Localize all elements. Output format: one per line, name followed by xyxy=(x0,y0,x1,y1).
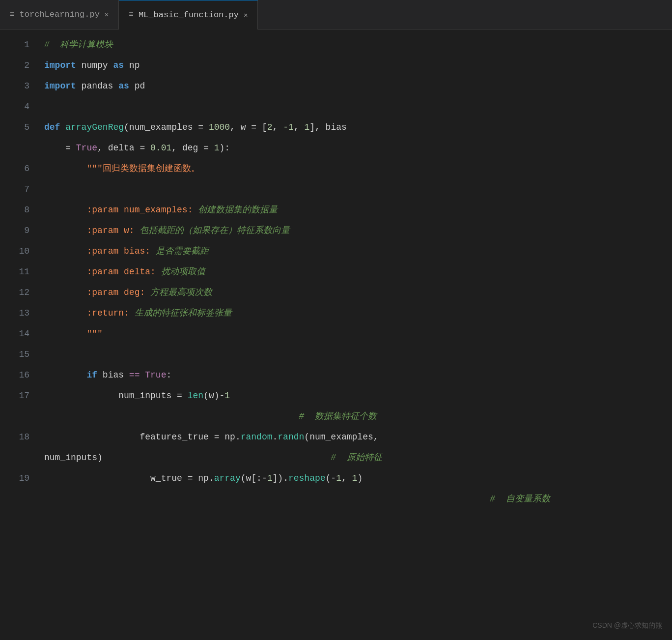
line-num-3: 3 xyxy=(10,76,29,96)
code-line-12: :param deg: 方程最高项次数 xyxy=(44,282,667,303)
code-line-19-comment: # 自变量系数 xyxy=(44,489,667,509)
eq-numinputs: = xyxy=(171,389,187,403)
file-icon: ≡ xyxy=(129,10,134,19)
indent-17c xyxy=(44,409,299,424)
indent-6 xyxy=(44,162,86,176)
paren-open: ( xyxy=(124,120,129,135)
kw-import-2: import xyxy=(44,79,76,93)
fn-len: len xyxy=(188,389,203,403)
bracket-open: [ xyxy=(262,120,267,135)
code-line-5: def arrayGenReg ( num_examples = 1000 , … xyxy=(44,117,667,138)
comment-1: # 科学计算模块 xyxy=(44,38,113,52)
doc-comment-2: 包括截距的（如果存在）特征系数向量 xyxy=(140,224,290,238)
var-wtrue: w_true xyxy=(150,471,182,486)
val-1000: 1000 xyxy=(209,120,230,135)
indent-13 xyxy=(44,306,86,320)
line-num-6: 6 xyxy=(10,158,29,179)
line-num-cont xyxy=(10,138,29,158)
docstring-open: """回归类数据集创建函数。 xyxy=(86,162,199,176)
indent-19c xyxy=(44,492,490,506)
code-line-11: :param delta: 扰动项取值 xyxy=(44,262,667,282)
comment-features: # 数据集特征个数 xyxy=(299,409,376,424)
w-slice: w[:- xyxy=(246,471,267,486)
doc-param-3: :param bias: xyxy=(86,244,155,259)
doc-comment-6: 生成的特征张和标签张量 xyxy=(135,306,232,320)
indent-12 xyxy=(44,286,86,300)
param-w: w xyxy=(241,120,246,135)
line-num-19b xyxy=(10,489,29,509)
val-2: 2 xyxy=(267,120,273,135)
tab-torchlearning[interactable]: ≡ torchLearning.py ✕ xyxy=(0,0,119,29)
comment-var: # 自变量系数 xyxy=(490,492,550,506)
indent-17 xyxy=(44,389,118,403)
val-1-3: 1 xyxy=(267,471,273,486)
kw-as-2: as xyxy=(118,79,129,93)
doc-return: :return: xyxy=(86,306,134,320)
line-num-15: 15 xyxy=(10,344,29,365)
line-num-19: 19 xyxy=(10,468,29,489)
np-ref2: np. xyxy=(198,471,214,486)
val-001: 0.01 xyxy=(150,141,171,155)
line-num-1: 1 xyxy=(10,34,29,55)
bracket-close: ], xyxy=(309,120,325,135)
line-num-11: 11 xyxy=(10,262,29,282)
code-line-3: import pandas as pd xyxy=(44,76,667,96)
watermark: CSDN @虚心求知的熊 xyxy=(592,621,662,630)
indent-8 xyxy=(44,203,86,217)
line-num-18: 18 xyxy=(10,427,29,447)
line-num-17: 17 xyxy=(10,385,29,406)
indent-16 xyxy=(44,368,86,382)
comma2: , xyxy=(273,120,283,135)
text-numpy: numpy xyxy=(76,58,113,73)
tab-ml-basic[interactable]: ≡ ML_basic_function.py ✕ xyxy=(119,0,258,29)
doc-comment-3: 是否需要截距 xyxy=(156,244,209,259)
paren-reshape-close: ) xyxy=(357,471,363,486)
eq2: = xyxy=(246,120,262,135)
param-deg: deg xyxy=(182,141,198,155)
doc-param-5: :param deg: xyxy=(86,286,150,300)
close-icon[interactable]: ✕ xyxy=(244,11,248,19)
comma3: , xyxy=(294,120,305,135)
code-line-19: w_true = np. array ( w[:- 1 ]). reshape … xyxy=(44,468,667,489)
space-bias: bias xyxy=(97,368,129,382)
val-neg1: -1 xyxy=(283,120,294,135)
var-features: features_true xyxy=(140,430,208,444)
code-content[interactable]: # 科学计算模块 import numpy as np import panda… xyxy=(39,34,672,640)
comment-raw: # 原始特征 xyxy=(331,451,382,465)
code-line-13: :return: 生成的特征张和标签张量 xyxy=(44,303,667,323)
tab-bar: ≡ torchLearning.py ✕ ≡ ML_basic_function… xyxy=(0,0,672,29)
kw-def: def xyxy=(44,120,60,135)
paren-open-array: ( xyxy=(241,471,246,486)
comma-reshape: , xyxy=(341,471,352,486)
paren-w-close: )- xyxy=(214,389,225,403)
continuation: = xyxy=(44,141,76,155)
val-neg1-2: 1 xyxy=(336,471,341,486)
fn-array: array xyxy=(214,471,241,486)
code-line-1: # 科学计算模块 xyxy=(44,34,667,55)
code-line-17: num_inputs = len ( w )- 1 xyxy=(44,385,667,406)
fn-randn: randn xyxy=(278,430,304,444)
line-num-10: 10 xyxy=(10,241,29,262)
code-line-4 xyxy=(44,96,667,117)
doc-param-2: :param w: xyxy=(86,224,140,238)
line-num-4: 4 xyxy=(10,96,29,117)
indent-14 xyxy=(44,327,86,341)
line-num-2: 2 xyxy=(10,55,29,76)
paren-reshape-open: (- xyxy=(326,471,336,486)
code-line-18: features_true = np. random . randn ( num… xyxy=(44,427,667,447)
code-line-7 xyxy=(44,179,667,200)
tab-label: torchLearning.py xyxy=(20,10,100,19)
paren-randn-open: ( xyxy=(304,430,309,444)
comma4: , xyxy=(97,141,108,155)
param-delta: delta xyxy=(108,141,135,155)
comma5: , xyxy=(171,141,182,155)
text-pd: pd xyxy=(129,79,145,93)
param-num-examples: num_examples xyxy=(129,120,193,135)
val-true2: True xyxy=(145,368,166,382)
w-slice-close: ]). xyxy=(273,471,288,486)
spaces-18 xyxy=(103,451,331,465)
indent-9 xyxy=(44,224,86,238)
close-icon[interactable]: ✕ xyxy=(105,10,109,19)
indent-18 xyxy=(44,430,140,444)
line-numbers: 1 2 3 4 5 6 7 8 9 10 11 12 13 14 15 16 1… xyxy=(0,34,39,640)
